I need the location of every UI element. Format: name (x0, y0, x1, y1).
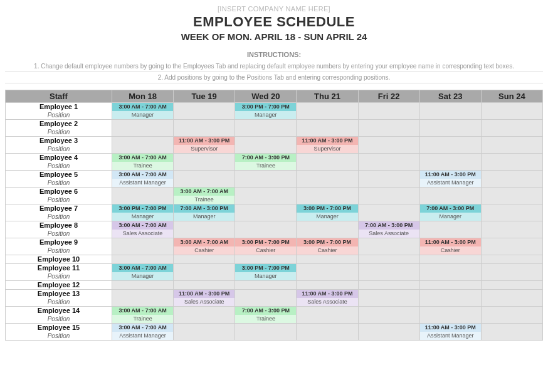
shift-time (112, 137, 173, 145)
col-sun: Sun 24 (481, 90, 542, 103)
shift-time (482, 137, 542, 145)
table-row: Employee 2Position (6, 120, 543, 137)
table-row: Employee 12 (6, 281, 543, 290)
shift-time (235, 281, 296, 289)
shift-time: 3:00 PM - 7:00 PM (297, 238, 357, 246)
shift-position (297, 179, 357, 187)
shift-time (359, 264, 419, 272)
day-cell (297, 281, 358, 290)
shift-time (174, 171, 234, 179)
day-cell: 11:00 AM - 3:00 PMAssistant Manager (419, 324, 481, 341)
shift-position (112, 128, 173, 136)
day-cell (419, 307, 481, 324)
shift-time (482, 154, 542, 162)
shift-time (482, 324, 542, 332)
day-cell (297, 264, 358, 281)
day-cell (235, 204, 297, 221)
shift-time (297, 188, 357, 196)
employee-name: Employee 15 (6, 324, 112, 332)
shift-position (420, 298, 481, 306)
employee-name: Employee 14 (6, 307, 112, 315)
shift-time (359, 204, 419, 213)
day-cell (419, 290, 481, 307)
day-cell (481, 204, 542, 221)
shift-time (235, 255, 296, 263)
employee-name: Employee 3 (6, 137, 112, 145)
shift-time: 3:00 AM - 7:00 AM (174, 238, 234, 246)
staff-cell: Employee 11Position (6, 264, 112, 281)
shift-time (420, 290, 481, 298)
shift-time (359, 290, 419, 298)
day-cell (235, 324, 297, 341)
shift-position (359, 315, 419, 323)
day-cell (358, 204, 419, 221)
shift-time: 11:00 AM - 3:00 PM (174, 137, 234, 145)
shift-position: Manager (174, 213, 234, 221)
day-cell (235, 188, 297, 204)
staff-cell: Employee 9Position (6, 238, 112, 255)
shift-time (174, 307, 234, 315)
shift-position (482, 230, 542, 238)
shift-position (420, 162, 481, 170)
company-name-placeholder: [INSERT COMPANY NAME HERE] (5, 5, 543, 13)
position-label: Position (6, 196, 112, 204)
day-cell (419, 221, 481, 238)
shift-position (482, 111, 542, 119)
shift-time (420, 255, 481, 263)
staff-cell: Employee 6Position (6, 188, 112, 204)
shift-time: 3:00 AM - 7:00 AM (112, 324, 173, 332)
shift-time (174, 221, 234, 230)
day-cell (419, 264, 481, 281)
shift-time (235, 120, 296, 128)
shift-position: Assistant Manager (420, 179, 481, 187)
shift-position: Manager (235, 272, 296, 280)
day-cell (358, 255, 419, 264)
shift-position (482, 298, 542, 306)
position-label: Position (6, 272, 112, 280)
day-cell (419, 120, 481, 137)
position-label: Position (6, 179, 112, 187)
shift-time (297, 103, 357, 111)
day-cell (112, 137, 174, 154)
shift-position (297, 196, 357, 204)
day-cell (419, 103, 481, 120)
position-label: Position (6, 298, 112, 306)
instructions-line-1: 1. Change default employee numbers by go… (5, 61, 543, 72)
shift-position: Manager (112, 213, 173, 221)
day-cell: 3:00 PM - 7:00 PMManager (235, 103, 297, 120)
day-cell (235, 171, 297, 188)
shift-position (297, 111, 357, 119)
day-cell: 3:00 PM - 7:00 PMManager (235, 264, 297, 281)
shift-time: 3:00 AM - 7:00 AM (112, 154, 173, 162)
day-cell (481, 120, 542, 137)
day-cell: 3:00 AM - 7:00 AMTrainee (112, 154, 174, 171)
shift-time (174, 264, 234, 272)
col-fri: Fri 22 (358, 90, 419, 103)
day-cell (358, 103, 419, 120)
shift-position (235, 213, 296, 221)
shift-position: Manager (235, 111, 296, 119)
shift-position (359, 298, 419, 306)
shift-time (420, 103, 481, 111)
shift-position (112, 246, 173, 255)
shift-time (420, 120, 481, 128)
day-cell: 11:00 AM - 3:00 PMCashier (419, 238, 481, 255)
shift-time: 7:00 AM - 3:00 PM (235, 154, 296, 162)
shift-position (420, 128, 481, 136)
staff-cell: Employee 2Position (6, 120, 112, 137)
day-cell: 3:00 AM - 7:00 AMCashier (174, 238, 235, 255)
day-cell (358, 238, 419, 255)
shift-position (174, 315, 234, 323)
day-cell (481, 264, 542, 281)
position-label: Position (6, 230, 112, 238)
day-cell: 7:00 AM - 3:00 PMTrainee (235, 154, 297, 171)
day-cell (481, 238, 542, 255)
shift-time (359, 137, 419, 145)
shift-time: 11:00 AM - 3:00 PM (420, 324, 481, 332)
day-cell (358, 324, 419, 341)
position-label: Position (6, 315, 112, 323)
shift-time (235, 188, 296, 196)
day-cell: 3:00 PM - 7:00 PMCashier (297, 238, 358, 255)
shift-time (235, 221, 296, 230)
day-cell (419, 281, 481, 290)
